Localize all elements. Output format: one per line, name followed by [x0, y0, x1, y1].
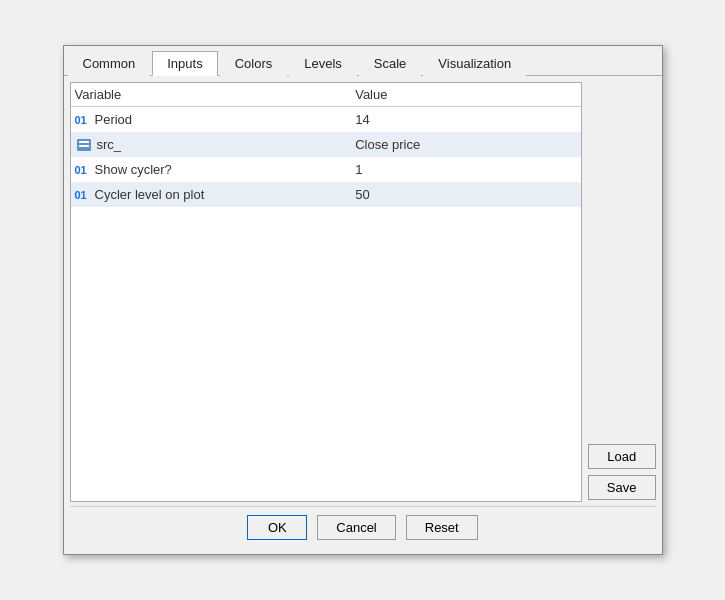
tab-colors[interactable]: Colors — [220, 51, 288, 76]
var-src-label: src_ — [97, 137, 122, 152]
table-row[interactable]: 01 Cycler level on plot 50 — [71, 182, 581, 207]
type-badge-01: 01 — [75, 114, 91, 126]
save-button[interactable]: Save — [588, 475, 656, 500]
var-showcycler-label: Show cycler? — [95, 162, 172, 177]
var-cyclerlevel-label: Cycler level on plot — [95, 187, 205, 202]
svg-rect-2 — [79, 145, 89, 147]
val-period: 14 — [351, 110, 581, 129]
table-row[interactable]: src_ Close price — [71, 132, 581, 157]
table-row[interactable]: 01 Period 14 — [71, 107, 581, 132]
type-badge-01b: 01 — [75, 164, 91, 176]
var-period-label: Period — [95, 112, 133, 127]
val-src: Close price — [351, 135, 581, 154]
tab-inputs[interactable]: Inputs — [152, 51, 217, 76]
val-showcycler: 1 — [351, 160, 581, 179]
ok-button[interactable]: OK — [247, 515, 307, 540]
svg-rect-1 — [79, 141, 89, 143]
table-header: Variable Value — [71, 83, 581, 107]
tab-common[interactable]: Common — [68, 51, 151, 76]
tab-scale[interactable]: Scale — [359, 51, 422, 76]
header-value: Value — [351, 87, 581, 102]
dialog: Common Inputs Colors Levels Scale Visual… — [63, 45, 663, 555]
tab-levels[interactable]: Levels — [289, 51, 357, 76]
inputs-table: Variable Value 01 Period 14 — [70, 82, 582, 502]
tab-visualization[interactable]: Visualization — [423, 51, 526, 76]
table-row[interactable]: 01 Show cycler? 1 — [71, 157, 581, 182]
side-buttons: Load Save — [588, 82, 656, 502]
tab-bar: Common Inputs Colors Levels Scale Visual… — [64, 46, 662, 76]
main-row: Variable Value 01 Period 14 — [70, 82, 656, 502]
type-badge-01c: 01 — [75, 189, 91, 201]
reset-button[interactable]: Reset — [406, 515, 478, 540]
val-cyclerlevel: 50 — [351, 185, 581, 204]
header-variable: Variable — [71, 87, 352, 102]
dialog-body: Variable Value 01 Period 14 — [64, 76, 662, 554]
db-icon — [75, 137, 93, 152]
footer: OK Cancel Reset — [70, 506, 656, 548]
cancel-button[interactable]: Cancel — [317, 515, 395, 540]
load-button[interactable]: Load — [588, 444, 656, 469]
